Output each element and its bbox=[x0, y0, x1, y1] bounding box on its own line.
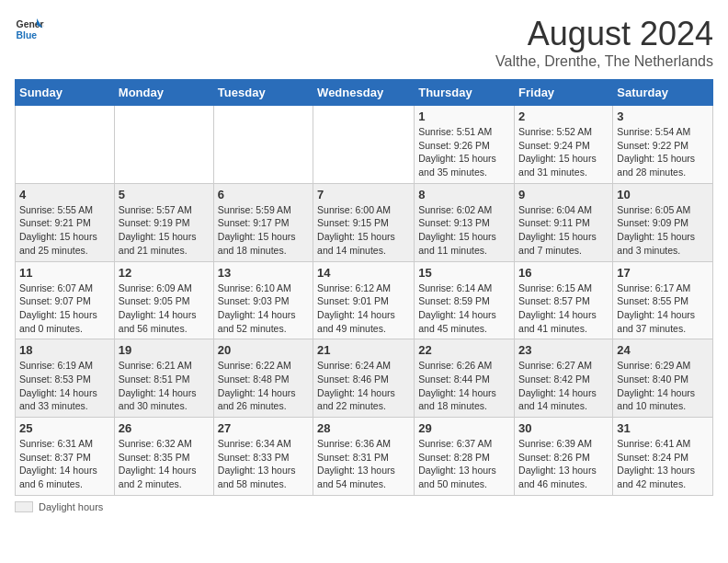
day-number: 12 bbox=[119, 266, 210, 280]
day-number: 2 bbox=[518, 109, 609, 123]
calendar-cell: 8Sunrise: 6:02 AM Sunset: 9:13 PM Daylig… bbox=[415, 183, 515, 261]
day-number: 30 bbox=[518, 421, 609, 435]
calendar: SundayMondayTuesdayWednesdayThursdayFrid… bbox=[15, 79, 713, 496]
day-number: 20 bbox=[218, 343, 309, 357]
day-number: 23 bbox=[518, 343, 609, 357]
day-header-monday: Monday bbox=[114, 80, 213, 106]
calendar-week-3: 11Sunrise: 6:07 AM Sunset: 9:07 PM Dayli… bbox=[16, 261, 713, 339]
footer-note: Daylight hours bbox=[15, 501, 713, 512]
day-header-wednesday: Wednesday bbox=[313, 80, 415, 106]
day-number: 14 bbox=[317, 266, 410, 280]
day-header-saturday: Saturday bbox=[613, 80, 713, 106]
day-info: Sunrise: 6:41 AM Sunset: 8:24 PM Dayligh… bbox=[617, 437, 709, 491]
day-info: Sunrise: 6:15 AM Sunset: 8:57 PM Dayligh… bbox=[518, 282, 609, 336]
day-number: 31 bbox=[617, 421, 709, 435]
day-info: Sunrise: 6:19 AM Sunset: 8:53 PM Dayligh… bbox=[19, 359, 110, 413]
calendar-cell: 11Sunrise: 6:07 AM Sunset: 9:07 PM Dayli… bbox=[16, 261, 115, 339]
day-header-thursday: Thursday bbox=[415, 80, 515, 106]
calendar-cell bbox=[114, 106, 213, 184]
daylight-label: Daylight hours bbox=[39, 501, 103, 512]
day-info: Sunrise: 6:02 AM Sunset: 9:13 PM Dayligh… bbox=[418, 203, 510, 258]
calendar-week-5: 25Sunrise: 6:31 AM Sunset: 8:37 PM Dayli… bbox=[16, 418, 713, 496]
day-info: Sunrise: 6:21 AM Sunset: 8:51 PM Dayligh… bbox=[119, 359, 210, 413]
calendar-cell: 21Sunrise: 6:24 AM Sunset: 8:46 PM Dayli… bbox=[313, 339, 415, 418]
calendar-cell: 18Sunrise: 6:19 AM Sunset: 8:53 PM Dayli… bbox=[16, 339, 115, 418]
daylight-swatch bbox=[15, 501, 33, 512]
day-info: Sunrise: 6:22 AM Sunset: 8:48 PM Dayligh… bbox=[218, 359, 309, 413]
calendar-cell: 25Sunrise: 6:31 AM Sunset: 8:37 PM Dayli… bbox=[16, 418, 115, 496]
day-info: Sunrise: 6:09 AM Sunset: 9:05 PM Dayligh… bbox=[119, 282, 210, 336]
day-number: 29 bbox=[418, 421, 510, 435]
calendar-cell: 12Sunrise: 6:09 AM Sunset: 9:05 PM Dayli… bbox=[114, 261, 213, 339]
day-info: Sunrise: 6:26 AM Sunset: 8:44 PM Dayligh… bbox=[418, 359, 510, 413]
calendar-week-2: 4Sunrise: 5:55 AM Sunset: 9:21 PM Daylig… bbox=[16, 183, 713, 261]
day-header-row: SundayMondayTuesdayWednesdayThursdayFrid… bbox=[16, 80, 713, 106]
day-info: Sunrise: 6:24 AM Sunset: 8:46 PM Dayligh… bbox=[317, 359, 410, 413]
day-info: Sunrise: 5:52 AM Sunset: 9:24 PM Dayligh… bbox=[518, 125, 609, 179]
calendar-cell: 6Sunrise: 5:59 AM Sunset: 9:17 PM Daylig… bbox=[213, 183, 313, 261]
day-info: Sunrise: 6:39 AM Sunset: 8:26 PM Dayligh… bbox=[518, 437, 609, 491]
calendar-cell: 14Sunrise: 6:12 AM Sunset: 9:01 PM Dayli… bbox=[313, 261, 415, 339]
day-number: 27 bbox=[218, 421, 309, 435]
day-number: 11 bbox=[19, 266, 110, 280]
day-number: 1 bbox=[418, 109, 510, 123]
day-info: Sunrise: 5:51 AM Sunset: 9:26 PM Dayligh… bbox=[418, 125, 510, 179]
day-info: Sunrise: 5:54 AM Sunset: 9:22 PM Dayligh… bbox=[617, 125, 709, 179]
day-header-friday: Friday bbox=[515, 80, 613, 106]
calendar-cell: 15Sunrise: 6:14 AM Sunset: 8:59 PM Dayli… bbox=[415, 261, 515, 339]
calendar-cell: 20Sunrise: 6:22 AM Sunset: 8:48 PM Dayli… bbox=[213, 339, 313, 418]
calendar-cell: 3Sunrise: 5:54 AM Sunset: 9:22 PM Daylig… bbox=[613, 106, 713, 184]
day-number: 17 bbox=[617, 266, 709, 280]
day-number: 9 bbox=[518, 188, 609, 201]
day-info: Sunrise: 5:59 AM Sunset: 9:17 PM Dayligh… bbox=[218, 203, 309, 258]
day-info: Sunrise: 5:55 AM Sunset: 9:21 PM Dayligh… bbox=[19, 203, 110, 258]
day-info: Sunrise: 6:34 AM Sunset: 8:33 PM Dayligh… bbox=[218, 437, 309, 491]
day-number: 16 bbox=[518, 266, 609, 280]
calendar-cell: 27Sunrise: 6:34 AM Sunset: 8:33 PM Dayli… bbox=[213, 418, 313, 496]
day-info: Sunrise: 6:31 AM Sunset: 8:37 PM Dayligh… bbox=[19, 437, 110, 491]
day-number: 26 bbox=[119, 421, 210, 435]
day-info: Sunrise: 6:07 AM Sunset: 9:07 PM Dayligh… bbox=[19, 282, 110, 336]
calendar-cell: 5Sunrise: 5:57 AM Sunset: 9:19 PM Daylig… bbox=[114, 183, 213, 261]
calendar-week-4: 18Sunrise: 6:19 AM Sunset: 8:53 PM Dayli… bbox=[16, 339, 713, 418]
svg-text:Blue: Blue bbox=[17, 30, 38, 40]
day-number: 24 bbox=[617, 343, 709, 357]
day-number: 10 bbox=[617, 188, 709, 201]
calendar-cell: 10Sunrise: 6:05 AM Sunset: 9:09 PM Dayli… bbox=[613, 183, 713, 261]
day-number: 22 bbox=[418, 343, 510, 357]
calendar-cell bbox=[313, 106, 415, 184]
day-info: Sunrise: 6:17 AM Sunset: 8:55 PM Dayligh… bbox=[617, 282, 709, 336]
day-info: Sunrise: 6:14 AM Sunset: 8:59 PM Dayligh… bbox=[418, 282, 510, 336]
calendar-cell: 19Sunrise: 6:21 AM Sunset: 8:51 PM Dayli… bbox=[114, 339, 213, 418]
day-number: 3 bbox=[617, 109, 709, 123]
calendar-cell: 16Sunrise: 6:15 AM Sunset: 8:57 PM Dayli… bbox=[515, 261, 613, 339]
day-info: Sunrise: 6:12 AM Sunset: 9:01 PM Dayligh… bbox=[317, 282, 410, 336]
day-info: Sunrise: 6:29 AM Sunset: 8:40 PM Dayligh… bbox=[617, 359, 709, 413]
day-number: 15 bbox=[418, 266, 510, 280]
location-title: Valthe, Drenthe, The Netherlands bbox=[495, 53, 713, 70]
day-header-tuesday: Tuesday bbox=[213, 80, 313, 106]
day-number: 7 bbox=[317, 188, 410, 201]
calendar-cell: 30Sunrise: 6:39 AM Sunset: 8:26 PM Dayli… bbox=[515, 418, 613, 496]
calendar-cell: 24Sunrise: 6:29 AM Sunset: 8:40 PM Dayli… bbox=[613, 339, 713, 418]
day-info: Sunrise: 5:57 AM Sunset: 9:19 PM Dayligh… bbox=[119, 203, 210, 258]
calendar-cell: 7Sunrise: 6:00 AM Sunset: 9:15 PM Daylig… bbox=[313, 183, 415, 261]
calendar-cell bbox=[213, 106, 313, 184]
day-number: 28 bbox=[317, 421, 410, 435]
day-number: 4 bbox=[19, 188, 110, 201]
day-info: Sunrise: 6:27 AM Sunset: 8:42 PM Dayligh… bbox=[518, 359, 609, 413]
calendar-cell: 13Sunrise: 6:10 AM Sunset: 9:03 PM Dayli… bbox=[213, 261, 313, 339]
calendar-cell: 31Sunrise: 6:41 AM Sunset: 8:24 PM Dayli… bbox=[613, 418, 713, 496]
day-info: Sunrise: 6:32 AM Sunset: 8:35 PM Dayligh… bbox=[119, 437, 210, 491]
day-number: 13 bbox=[218, 266, 309, 280]
calendar-cell bbox=[16, 106, 115, 184]
day-info: Sunrise: 6:36 AM Sunset: 8:31 PM Dayligh… bbox=[317, 437, 410, 491]
calendar-cell: 23Sunrise: 6:27 AM Sunset: 8:42 PM Dayli… bbox=[515, 339, 613, 418]
calendar-cell: 17Sunrise: 6:17 AM Sunset: 8:55 PM Dayli… bbox=[613, 261, 713, 339]
calendar-cell: 4Sunrise: 5:55 AM Sunset: 9:21 PM Daylig… bbox=[16, 183, 115, 261]
logo: General Blue bbox=[15, 15, 44, 44]
logo-icon: General Blue bbox=[15, 15, 44, 44]
day-info: Sunrise: 6:10 AM Sunset: 9:03 PM Dayligh… bbox=[218, 282, 309, 336]
day-number: 19 bbox=[119, 343, 210, 357]
calendar-cell: 28Sunrise: 6:36 AM Sunset: 8:31 PM Dayli… bbox=[313, 418, 415, 496]
